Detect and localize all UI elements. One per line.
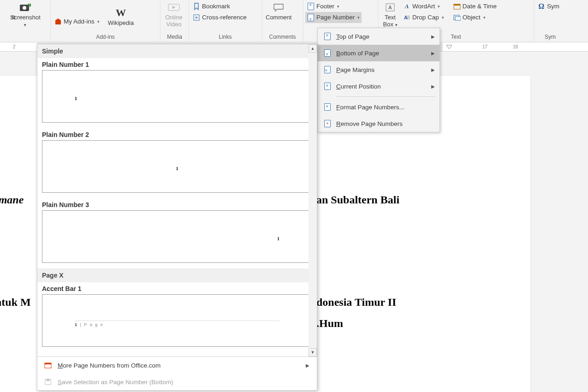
submenu-top-of-page[interactable]: Top of Page ▶ xyxy=(318,28,440,45)
media-group-label: Media xyxy=(162,33,187,42)
symbol-button[interactable]: Ω Sym xyxy=(536,1,561,12)
chevron-down-icon: ▾ xyxy=(97,17,100,26)
wikipedia-icon: W xyxy=(113,7,128,18)
video-icon xyxy=(166,2,181,13)
svg-point-1 xyxy=(23,6,26,10)
gallery-item-plain-2[interactable]: 1 xyxy=(42,140,312,193)
page-margins-icon xyxy=(321,66,334,73)
chevron-down-icon: ▾ xyxy=(24,23,26,27)
gallery-item-label: Plain Number 3 xyxy=(37,198,317,210)
textbox-icon: A xyxy=(383,2,398,13)
gallery-item-accent-1[interactable]: 1 | P a g e xyxy=(42,294,312,347)
submenu-current-position[interactable]: Current Position ▶ xyxy=(318,78,440,95)
indent-marker-icon[interactable] xyxy=(446,43,452,50)
screenshot-button[interactable]: + Screenshot▾ xyxy=(8,1,42,30)
svg-marker-5 xyxy=(172,6,175,9)
symbols-group-label: Sym xyxy=(536,33,564,42)
svg-rect-14 xyxy=(454,4,460,6)
save-selection-button: Save Selection as Page Number (Bottom) xyxy=(37,374,317,390)
text-box-button[interactable]: A TextBox ▾ xyxy=(380,1,400,30)
ribbon-fragments-left: + Screenshot▾ xyxy=(6,0,51,42)
online-video-button[interactable]: OnlineVideo xyxy=(162,1,185,29)
save-icon xyxy=(43,378,53,386)
accent-text: 1 | P a g e xyxy=(75,322,104,327)
scroll-track[interactable] xyxy=(309,53,317,348)
crossref-icon xyxy=(193,14,200,21)
wordart-button[interactable]: A WordArt ▾ xyxy=(401,1,446,12)
dropcap-icon: A xyxy=(403,14,410,21)
my-addins-button[interactable]: My Add-ins ▾ xyxy=(53,16,101,27)
bookmark-icon xyxy=(193,3,200,10)
media-group: OnlineVideo Media xyxy=(160,0,189,42)
links-group-label: Links xyxy=(191,33,260,42)
submenu-format-page-numbers[interactable]: Format Page Numbers... xyxy=(318,99,440,115)
chevron-down-icon: ▾ xyxy=(357,13,360,22)
doc-text: ntuk M xyxy=(0,296,31,309)
page-current-icon xyxy=(321,83,334,90)
comments-group-label: Comments xyxy=(264,33,301,42)
page-bottom-icon xyxy=(321,49,334,57)
ruler-mark: 17 xyxy=(482,44,487,49)
chevron-right-icon: ▶ xyxy=(431,34,435,39)
page-number-gallery: Simple Plain Number 1 1 Plain Number 2 1… xyxy=(37,44,317,391)
chevron-right-icon: ▶ xyxy=(306,363,309,368)
comments-group: Comment Comments xyxy=(262,0,303,42)
ribbon: rt + Screenshot▾ My Add-ins ▾ W xyxy=(0,0,588,42)
comment-button[interactable]: Comment xyxy=(264,1,293,22)
office-icon xyxy=(43,362,53,369)
links-group: Bookmark Cross-reference Links xyxy=(189,0,262,42)
gallery-scrollbar[interactable]: ▲ ▼ xyxy=(309,44,317,356)
gallery-category-simple: Simple xyxy=(37,44,317,58)
separator xyxy=(336,96,436,97)
comment-icon xyxy=(271,2,286,13)
addins-group: My Add-ins ▾ W Wikipedia Add-ins xyxy=(51,0,160,42)
svg-rect-19 xyxy=(45,363,51,364)
page-top-icon xyxy=(321,33,334,40)
svg-marker-17 xyxy=(446,45,452,49)
scroll-up-icon[interactable]: ▲ xyxy=(309,44,317,53)
chevron-right-icon: ▶ xyxy=(431,67,435,72)
ribbon-fragment-rt: rt xyxy=(0,0,6,42)
doc-text: lmane xyxy=(0,194,24,206)
store-icon xyxy=(54,18,62,25)
footer-icon xyxy=(307,3,315,10)
footer-button[interactable]: Footer ▾ xyxy=(305,1,362,12)
chevron-down-icon: ▾ xyxy=(442,13,444,22)
cross-reference-button[interactable]: Cross-reference xyxy=(191,12,249,23)
dropcap-button[interactable]: A Drop Cap ▾ xyxy=(401,12,446,23)
doc-text: .Hum xyxy=(316,317,343,330)
wikipedia-button[interactable]: W Wikipedia xyxy=(106,6,136,27)
chevron-down-icon: ▾ xyxy=(337,2,339,11)
chevron-right-icon: ▶ xyxy=(431,51,435,56)
omega-icon: Ω xyxy=(538,3,545,10)
accent-bar xyxy=(75,321,279,321)
gallery-item-plain-1[interactable]: 1 xyxy=(42,70,312,123)
bookmark-button[interactable]: Bookmark xyxy=(191,1,249,12)
page-number-submenu: Top of Page ▶ Bottom of Page ▶ Page Marg… xyxy=(317,28,440,132)
submenu-remove-page-numbers[interactable]: Remove Page Numbers xyxy=(318,115,440,132)
gallery-item-label: Plain Number 1 xyxy=(37,58,317,70)
svg-text:+: + xyxy=(29,3,30,6)
date-time-button[interactable]: Date & Time xyxy=(451,1,499,12)
chevron-down-icon: ▾ xyxy=(395,23,398,27)
ruler-mark: 2 xyxy=(13,44,16,49)
more-from-office-button[interactable]: More Page Numbers from Office.com ▶ xyxy=(37,357,317,374)
object-button[interactable]: Object ▾ xyxy=(451,12,499,23)
page-number-button[interactable]: Page Number ▾ xyxy=(305,12,362,23)
doc-text: an Subaltern Bali xyxy=(316,194,399,206)
gallery-item-label: Plain Number 2 xyxy=(37,128,317,140)
chevron-down-icon: ▾ xyxy=(438,2,440,11)
screenshot-icon: + xyxy=(18,2,33,13)
gallery-item-plain-3[interactable]: 1 xyxy=(42,210,312,263)
wordart-icon: A xyxy=(403,3,410,10)
ruler-mark: 18 xyxy=(513,44,518,49)
submenu-page-margins[interactable]: Page Margins ▶ xyxy=(318,61,440,78)
submenu-bottom-of-page[interactable]: Bottom of Page ▶ xyxy=(318,45,440,61)
gallery-footer: More Page Numbers from Office.com ▶ Save… xyxy=(37,356,317,390)
gallery-category-pagex: Page X xyxy=(37,268,317,282)
gallery-item-label: Accent Bar 1 xyxy=(37,282,317,294)
remove-icon xyxy=(321,120,334,127)
object-icon xyxy=(453,14,461,21)
scroll-down-icon[interactable]: ▼ xyxy=(309,348,317,356)
addins-group-label: Add-ins xyxy=(53,33,158,42)
